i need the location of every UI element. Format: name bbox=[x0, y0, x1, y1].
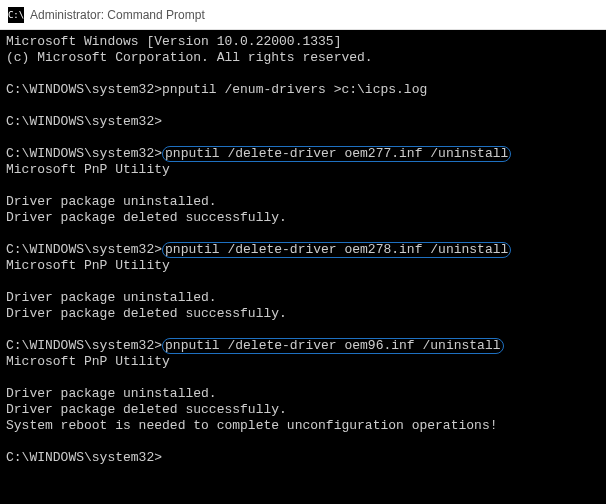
terminal-line bbox=[6, 322, 600, 338]
window-title: Administrator: Command Prompt bbox=[30, 8, 205, 22]
terminal-line: Driver package deleted successfully. bbox=[6, 210, 600, 226]
prompt-text: C:\WINDOWS\system32> bbox=[6, 82, 162, 97]
terminal-line: C:\WINDOWS\system32>pnputil /enum-driver… bbox=[6, 82, 600, 98]
highlighted-command: pnputil /delete-driver oem278.inf /unins… bbox=[162, 242, 511, 258]
terminal-line: C:\WINDOWS\system32> bbox=[6, 450, 600, 466]
terminal-line: Driver package deleted successfully. bbox=[6, 402, 600, 418]
highlighted-command: pnputil /delete-driver oem277.inf /unins… bbox=[162, 146, 511, 162]
terminal-line bbox=[6, 226, 600, 242]
terminal-line bbox=[6, 370, 600, 386]
highlighted-command: pnputil /delete-driver oem96.inf /uninst… bbox=[162, 338, 503, 354]
command-text: pnputil /enum-drivers >c:\icps.log bbox=[162, 82, 427, 97]
terminal-line: Microsoft PnP Utility bbox=[6, 354, 600, 370]
terminal-line: C:\WINDOWS\system32>pnputil /delete-driv… bbox=[6, 146, 600, 162]
terminal-line: C:\WINDOWS\system32>pnputil /delete-driv… bbox=[6, 242, 600, 258]
terminal-line: Driver package deleted successfully. bbox=[6, 306, 600, 322]
prompt-text: C:\WINDOWS\system32> bbox=[6, 146, 162, 161]
prompt-text: C:\WINDOWS\system32> bbox=[6, 450, 162, 465]
terminal-output[interactable]: Microsoft Windows [Version 10.0.22000.13… bbox=[0, 30, 606, 504]
terminal-line: Driver package uninstalled. bbox=[6, 386, 600, 402]
cmd-icon-label: C:\ bbox=[8, 10, 24, 20]
terminal-line bbox=[6, 178, 600, 194]
terminal-line: Microsoft Windows [Version 10.0.22000.13… bbox=[6, 34, 600, 50]
terminal-line: C:\WINDOWS\system32>pnputil /delete-driv… bbox=[6, 338, 600, 354]
terminal-line: (c) Microsoft Corporation. All rights re… bbox=[6, 50, 600, 66]
terminal-line: Microsoft PnP Utility bbox=[6, 162, 600, 178]
cmd-icon: C:\ bbox=[8, 7, 24, 23]
terminal-line: C:\WINDOWS\system32> bbox=[6, 114, 600, 130]
terminal-line bbox=[6, 98, 600, 114]
prompt-text: C:\WINDOWS\system32> bbox=[6, 338, 162, 353]
prompt-text: C:\WINDOWS\system32> bbox=[6, 242, 162, 257]
terminal-line: Driver package uninstalled. bbox=[6, 194, 600, 210]
prompt-text: C:\WINDOWS\system32> bbox=[6, 114, 162, 129]
terminal-line bbox=[6, 274, 600, 290]
terminal-line bbox=[6, 434, 600, 450]
terminal-line: Microsoft PnP Utility bbox=[6, 258, 600, 274]
titlebar[interactable]: C:\ Administrator: Command Prompt bbox=[0, 0, 606, 30]
terminal-line bbox=[6, 130, 600, 146]
terminal-line: System reboot is needed to complete unco… bbox=[6, 418, 600, 434]
terminal-line: Driver package uninstalled. bbox=[6, 290, 600, 306]
terminal-line bbox=[6, 66, 600, 82]
